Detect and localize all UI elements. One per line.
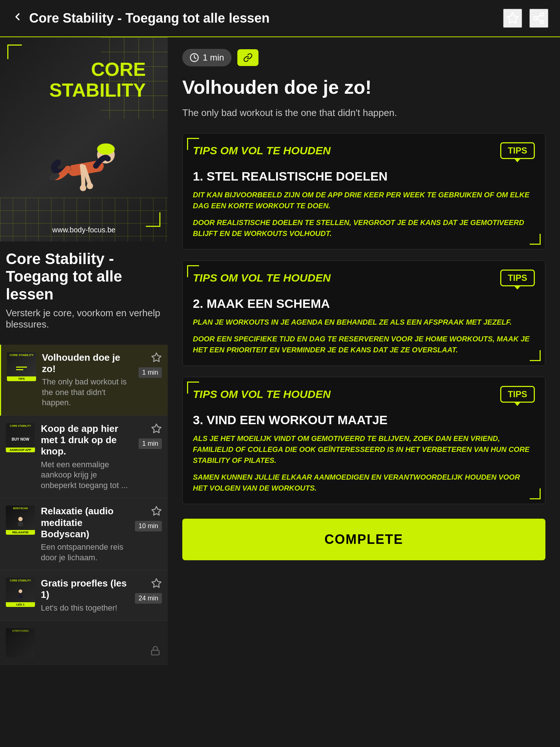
svg-marker-0 (507, 13, 518, 23)
content-title: Volhouden doe je zo! (182, 77, 545, 98)
tips-header: TIPS OM VOL TE HOUDEN TIPS (183, 377, 545, 407)
tips-card-1: TIPS OM VOL TE HOUDEN TIPS 1. STEL REALI… (182, 133, 545, 249)
course-info: Core Stability - Toegang tot alle lessen… (0, 241, 168, 345)
svg-rect-14 (16, 369, 23, 370)
corner-bracket-tl (7, 44, 22, 59)
header-title: Core Stability - Toegang tot alle lessen (29, 11, 269, 26)
lesson-description: Een ontspannende reis door je lichaam. (41, 542, 129, 563)
lesson-list: CORE STABILITY TIPS Volhouden doe je zo!… (0, 345, 168, 665)
tips-body: 1. STEL REALISTISCHE DOELEN DIT KAN BIJV… (183, 163, 545, 249)
tips-body: 2. MAAK EEN SCHEMA PLAN JE WORKOUTS IN J… (183, 291, 545, 365)
svg-point-10 (87, 183, 93, 189)
tips-text-secondary: DOOR EEN SPECIFIEKE TIJD EN DAG TE RESER… (193, 333, 535, 355)
tips-text-primary: DIT KAN BIJVOORBEELD ZIJN OM DE APP DRIE… (193, 189, 535, 211)
content-description: The only bad workout is the one that did… (182, 106, 545, 120)
lesson-star-button[interactable] (151, 578, 162, 590)
tips-header: TIPS OM VOL TE HOUDEN TIPS (183, 133, 545, 163)
lesson-item[interactable]: CORE STABILITY LES 1 Gratis proefles (le… (0, 570, 168, 621)
course-url: www.body-focus.be (52, 226, 115, 234)
lesson-thumb: CORE STABILITY BUY NOW AANKOOP APP (6, 423, 35, 452)
lesson-duration: 1 min (139, 438, 162, 449)
lesson-content: Volhouden doe je zo! The only bad workou… (42, 352, 133, 408)
tips-text-secondary: DOOR REALISTISCHE DOELEN TE STELLEN, VER… (193, 217, 535, 239)
tips-header: TIPS OM VOL TE HOUDEN TIPS (183, 261, 545, 291)
svg-rect-13 (16, 367, 27, 368)
svg-point-7 (97, 143, 114, 155)
main-layout: CORE STABILITY (0, 37, 560, 665)
lesson-item[interactable]: STRETCHING (0, 621, 168, 665)
header-left: Core Stability - Toegang tot alle lessen (12, 11, 269, 26)
svg-point-17 (18, 517, 23, 521)
lesson-star-button[interactable] (151, 352, 162, 364)
course-image: CORE STABILITY (0, 37, 168, 241)
lesson-meta: 24 min (135, 578, 162, 604)
lesson-duration: 10 min (135, 521, 162, 531)
lesson-item[interactable]: BODYSCAN RELAXATIE Relaxatie (audio medi… (0, 498, 168, 570)
svg-point-11 (80, 185, 86, 191)
tips-badge: TIPS (500, 142, 535, 159)
tips-number-title: 3. VIND EEN WORKOUT MAATJE (193, 413, 535, 427)
lesson-item[interactable]: CORE STABILITY BUY NOW AANKOOP APP Koop … (0, 416, 168, 498)
lesson-duration: 1 min (139, 367, 162, 378)
lesson-thumb: CORE STABILITY LES 1 (6, 578, 35, 607)
svg-line-4 (537, 19, 541, 21)
svg-point-20 (19, 589, 22, 593)
right-column: 1 min Volhouden doe je zo! The only bad … (168, 37, 560, 665)
tips-badge: TIPS (500, 270, 535, 286)
lesson-meta: 1 min (139, 423, 162, 449)
svg-rect-18 (18, 522, 23, 526)
lesson-thumb: BODYSCAN RELAXATIE (6, 506, 35, 535)
duration-text: 1 min (203, 53, 224, 63)
tips-body: 3. VIND EEN WORKOUT MAATJE ALS JE HET MO… (183, 407, 545, 504)
corner-bracket (530, 234, 541, 245)
lesson-description: Let's do this together! (41, 603, 129, 614)
lesson-content (41, 628, 156, 630)
svg-line-5 (537, 15, 541, 18)
svg-marker-21 (152, 579, 161, 588)
link-badge[interactable] (237, 49, 258, 66)
lesson-title: Koop de app hier met 1 druk op de knop. (41, 423, 133, 457)
tips-card-3: TIPS OM VOL TE HOUDEN TIPS 3. VIND EEN W… (182, 377, 545, 504)
lesson-star-button[interactable] (151, 506, 162, 518)
course-subtitle: Versterk je core, voorkom en verhelp ble… (6, 307, 162, 330)
tips-badge: TIPS (500, 386, 535, 403)
clock-icon (190, 53, 199, 62)
lesson-title: Relaxatie (audio meditatie Bodyscan) (41, 506, 129, 540)
favorite-button[interactable] (503, 9, 522, 28)
tips-text-secondary: SAMEN KUNNEN JULLIE ELKAAR AANMOEDIGEN E… (193, 472, 535, 494)
link-icon (243, 53, 253, 62)
tips-header-title: TIPS OM VOL TE HOUDEN (193, 144, 331, 157)
tips-header-title: TIPS OM VOL TE HOUDEN (193, 388, 331, 400)
duration-badge: 1 min (182, 49, 232, 66)
course-image-title-line1: CORE (49, 59, 146, 80)
complete-button[interactable]: COMPLETE (182, 519, 545, 560)
lesson-star-button[interactable] (151, 423, 162, 436)
tips-text-primary: PLAN JE WORKOUTS IN JE AGENDA EN BEHANDE… (193, 317, 535, 328)
header-actions (503, 9, 548, 28)
svg-marker-15 (152, 353, 161, 361)
lesson-title: Volhouden doe je zo! (42, 352, 133, 375)
corner-bracket-br (146, 212, 160, 227)
lesson-meta: 1 min (139, 352, 162, 378)
share-button[interactable] (529, 9, 548, 28)
back-button[interactable] (12, 11, 23, 26)
lesson-thumb: STRETCHING (6, 628, 35, 657)
tips-number-title: 1. STEL REALISTISCHE DOELEN (193, 169, 535, 183)
svg-marker-16 (152, 424, 161, 433)
svg-rect-22 (152, 650, 159, 655)
lesson-item[interactable]: CORE STABILITY TIPS Volhouden doe je zo!… (0, 345, 168, 416)
corner-bracket (530, 488, 541, 499)
lesson-duration: 24 min (135, 593, 162, 604)
tips-header-title: TIPS OM VOL TE HOUDEN (193, 272, 331, 284)
lesson-thumb: CORE STABILITY TIPS (7, 352, 36, 381)
course-figure (44, 131, 124, 212)
course-image-text: CORE STABILITY (49, 59, 146, 101)
corner-bracket (530, 350, 541, 361)
header: Core Stability - Toegang tot alle lessen (0, 0, 560, 37)
left-column: CORE STABILITY (0, 37, 168, 665)
lesson-content: Gratis proefles (les 1) Let's do this to… (41, 578, 129, 613)
lesson-description: Met een eenmalige aankoop krijg je onbep… (41, 460, 133, 491)
lesson-description: The only bad workout is the one that did… (42, 377, 133, 408)
tips-card-2: TIPS OM VOL TE HOUDEN TIPS 2. MAAK EEN S… (182, 260, 545, 366)
tips-number-title: 2. MAAK EEN SCHEMA (193, 297, 535, 311)
